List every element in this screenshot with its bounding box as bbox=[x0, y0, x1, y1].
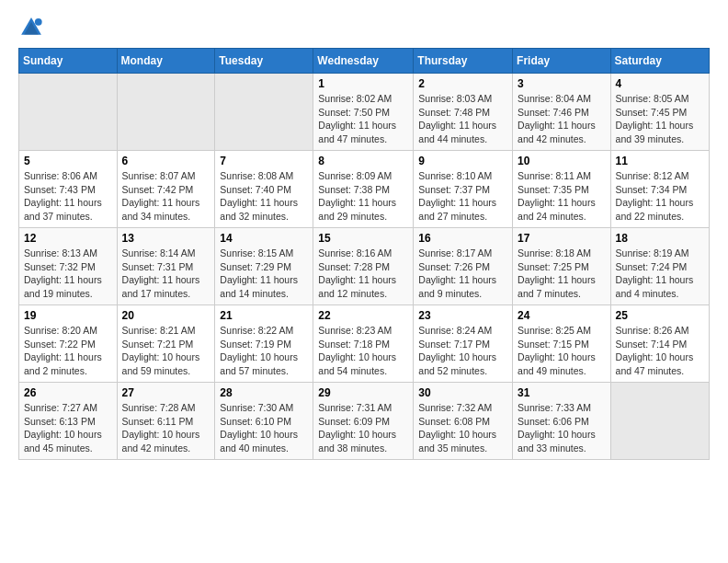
day-number: 9 bbox=[418, 155, 507, 167]
calendar-cell: 12Sunrise: 8:13 AMSunset: 7:32 PMDayligh… bbox=[19, 228, 118, 305]
calendar-cell: 19Sunrise: 8:20 AMSunset: 7:22 PMDayligh… bbox=[19, 305, 118, 383]
calendar-cell: 30Sunrise: 7:32 AMSunset: 6:08 PMDayligh… bbox=[414, 383, 513, 460]
weekday-row: SundayMondayTuesdayWednesdayThursdayFrid… bbox=[19, 49, 710, 74]
day-number: 18 bbox=[616, 232, 704, 245]
calendar-cell: 29Sunrise: 7:31 AMSunset: 6:09 PMDayligh… bbox=[313, 383, 414, 460]
calendar-cell: 16Sunrise: 8:17 AMSunset: 7:26 PMDayligh… bbox=[414, 228, 513, 305]
calendar-body: 1Sunrise: 8:02 AMSunset: 7:50 PMDaylight… bbox=[19, 74, 710, 460]
day-detail: Sunrise: 8:22 AMSunset: 7:19 PMDaylight:… bbox=[220, 324, 308, 378]
day-number: 12 bbox=[24, 232, 112, 245]
day-detail: Sunrise: 8:19 AMSunset: 7:24 PMDaylight:… bbox=[616, 247, 704, 301]
calendar-cell: 24Sunrise: 8:25 AMSunset: 7:15 PMDayligh… bbox=[513, 305, 611, 383]
calendar-cell: 15Sunrise: 8:16 AMSunset: 7:28 PMDayligh… bbox=[313, 228, 414, 305]
calendar-cell: 14Sunrise: 8:15 AMSunset: 7:29 PMDayligh… bbox=[215, 228, 313, 305]
day-number: 4 bbox=[616, 77, 704, 90]
page-container: SundayMondayTuesdayWednesdayThursdayFrid… bbox=[0, 0, 728, 475]
day-number: 29 bbox=[318, 386, 408, 399]
calendar-cell: 9Sunrise: 8:10 AMSunset: 7:37 PMDaylight… bbox=[414, 151, 513, 228]
day-detail: Sunrise: 7:32 AMSunset: 6:08 PMDaylight:… bbox=[418, 401, 507, 455]
calendar-table: SundayMondayTuesdayWednesdayThursdayFrid… bbox=[18, 48, 710, 460]
day-detail: Sunrise: 8:08 AMSunset: 7:40 PMDaylight:… bbox=[220, 169, 308, 224]
calendar-cell: 26Sunrise: 7:27 AMSunset: 6:13 PMDayligh… bbox=[19, 383, 118, 460]
weekday-header-friday: Friday bbox=[513, 49, 611, 74]
day-detail: Sunrise: 8:04 AMSunset: 7:46 PMDaylight:… bbox=[518, 92, 606, 146]
day-detail: Sunrise: 8:21 AMSunset: 7:21 PMDaylight:… bbox=[122, 324, 210, 378]
day-number: 31 bbox=[518, 386, 606, 399]
day-detail: Sunrise: 7:28 AMSunset: 6:11 PMDaylight:… bbox=[122, 401, 210, 455]
calendar-cell: 7Sunrise: 8:08 AMSunset: 7:40 PMDaylight… bbox=[215, 151, 313, 228]
day-number: 22 bbox=[318, 309, 408, 322]
calendar-cell: 11Sunrise: 8:12 AMSunset: 7:34 PMDayligh… bbox=[610, 151, 709, 228]
day-detail: Sunrise: 8:12 AMSunset: 7:34 PMDaylight:… bbox=[616, 169, 704, 224]
day-detail: Sunrise: 8:18 AMSunset: 7:25 PMDaylight:… bbox=[518, 247, 606, 301]
calendar-cell: 1Sunrise: 8:02 AMSunset: 7:50 PMDaylight… bbox=[313, 74, 414, 151]
day-number: 28 bbox=[220, 386, 308, 399]
day-detail: Sunrise: 7:27 AMSunset: 6:13 PMDaylight:… bbox=[24, 401, 112, 455]
calendar-cell: 8Sunrise: 8:09 AMSunset: 7:38 PMDaylight… bbox=[313, 151, 414, 228]
calendar-cell: 3Sunrise: 8:04 AMSunset: 7:46 PMDaylight… bbox=[513, 74, 611, 151]
day-detail: Sunrise: 8:10 AMSunset: 7:37 PMDaylight:… bbox=[418, 169, 507, 224]
day-detail: Sunrise: 8:23 AMSunset: 7:18 PMDaylight:… bbox=[318, 324, 408, 378]
day-number: 25 bbox=[616, 309, 704, 322]
day-detail: Sunrise: 8:25 AMSunset: 7:15 PMDaylight:… bbox=[518, 324, 606, 378]
day-number: 24 bbox=[518, 309, 606, 322]
week-row-4: 19Sunrise: 8:20 AMSunset: 7:22 PMDayligh… bbox=[19, 305, 710, 383]
day-number: 15 bbox=[318, 232, 408, 245]
day-number: 30 bbox=[418, 386, 507, 399]
calendar-cell: 13Sunrise: 8:14 AMSunset: 7:31 PMDayligh… bbox=[117, 228, 215, 305]
day-detail: Sunrise: 8:14 AMSunset: 7:31 PMDaylight:… bbox=[122, 247, 210, 301]
calendar-cell: 5Sunrise: 8:06 AMSunset: 7:43 PMDaylight… bbox=[19, 151, 118, 228]
day-detail: Sunrise: 8:05 AMSunset: 7:45 PMDaylight:… bbox=[616, 92, 704, 146]
day-detail: Sunrise: 8:26 AMSunset: 7:14 PMDaylight:… bbox=[616, 324, 704, 378]
day-number: 5 bbox=[24, 155, 112, 167]
logo bbox=[18, 15, 48, 40]
day-detail: Sunrise: 8:13 AMSunset: 7:32 PMDaylight:… bbox=[24, 247, 112, 301]
calendar-cell: 25Sunrise: 8:26 AMSunset: 7:14 PMDayligh… bbox=[610, 305, 709, 383]
day-detail: Sunrise: 8:24 AMSunset: 7:17 PMDaylight:… bbox=[418, 324, 507, 378]
calendar-header: SundayMondayTuesdayWednesdayThursdayFrid… bbox=[19, 49, 710, 74]
day-detail: Sunrise: 8:15 AMSunset: 7:29 PMDaylight:… bbox=[220, 247, 308, 301]
weekday-header-tuesday: Tuesday bbox=[215, 49, 313, 74]
week-row-3: 12Sunrise: 8:13 AMSunset: 7:32 PMDayligh… bbox=[19, 228, 710, 305]
calendar-cell: 18Sunrise: 8:19 AMSunset: 7:24 PMDayligh… bbox=[610, 228, 709, 305]
calendar-cell: 22Sunrise: 8:23 AMSunset: 7:18 PMDayligh… bbox=[313, 305, 414, 383]
day-detail: Sunrise: 8:11 AMSunset: 7:35 PMDaylight:… bbox=[518, 169, 606, 224]
calendar-cell: 17Sunrise: 8:18 AMSunset: 7:25 PMDayligh… bbox=[513, 228, 611, 305]
day-number: 8 bbox=[318, 155, 408, 167]
day-number: 6 bbox=[122, 155, 210, 167]
calendar-cell: 28Sunrise: 7:30 AMSunset: 6:10 PMDayligh… bbox=[215, 383, 313, 460]
day-detail: Sunrise: 7:31 AMSunset: 6:09 PMDaylight:… bbox=[318, 401, 408, 455]
day-number: 27 bbox=[122, 386, 210, 399]
day-number: 19 bbox=[24, 309, 112, 322]
day-detail: Sunrise: 7:30 AMSunset: 6:10 PMDaylight:… bbox=[220, 401, 308, 455]
day-detail: Sunrise: 8:16 AMSunset: 7:28 PMDaylight:… bbox=[318, 247, 408, 301]
weekday-header-monday: Monday bbox=[117, 49, 215, 74]
calendar-cell: 6Sunrise: 8:07 AMSunset: 7:42 PMDaylight… bbox=[117, 151, 215, 228]
calendar-cell: 4Sunrise: 8:05 AMSunset: 7:45 PMDaylight… bbox=[610, 74, 709, 151]
day-number: 23 bbox=[418, 309, 507, 322]
calendar-cell: 10Sunrise: 8:11 AMSunset: 7:35 PMDayligh… bbox=[513, 151, 611, 228]
day-number: 13 bbox=[122, 232, 210, 245]
calendar-cell: 23Sunrise: 8:24 AMSunset: 7:17 PMDayligh… bbox=[414, 305, 513, 383]
weekday-header-sunday: Sunday bbox=[19, 49, 118, 74]
week-row-1: 1Sunrise: 8:02 AMSunset: 7:50 PMDaylight… bbox=[19, 74, 710, 151]
week-row-5: 26Sunrise: 7:27 AMSunset: 6:13 PMDayligh… bbox=[19, 383, 710, 460]
day-detail: Sunrise: 8:17 AMSunset: 7:26 PMDaylight:… bbox=[418, 247, 507, 301]
week-row-2: 5Sunrise: 8:06 AMSunset: 7:43 PMDaylight… bbox=[19, 151, 710, 228]
calendar-cell: 27Sunrise: 7:28 AMSunset: 6:11 PMDayligh… bbox=[117, 383, 215, 460]
day-number: 20 bbox=[122, 309, 210, 322]
calendar-cell bbox=[117, 74, 215, 151]
calendar-cell: 21Sunrise: 8:22 AMSunset: 7:19 PMDayligh… bbox=[215, 305, 313, 383]
day-number: 3 bbox=[518, 77, 606, 90]
weekday-header-saturday: Saturday bbox=[610, 49, 709, 74]
calendar-cell: 2Sunrise: 8:03 AMSunset: 7:48 PMDaylight… bbox=[414, 74, 513, 151]
day-number: 10 bbox=[518, 155, 606, 167]
day-detail: Sunrise: 8:20 AMSunset: 7:22 PMDaylight:… bbox=[24, 324, 112, 378]
day-detail: Sunrise: 8:09 AMSunset: 7:38 PMDaylight:… bbox=[318, 169, 408, 224]
day-number: 16 bbox=[418, 232, 507, 245]
day-number: 2 bbox=[418, 77, 507, 90]
weekday-header-thursday: Thursday bbox=[414, 49, 513, 74]
calendar-cell: 20Sunrise: 8:21 AMSunset: 7:21 PMDayligh… bbox=[117, 305, 215, 383]
day-number: 7 bbox=[220, 155, 308, 167]
day-number: 21 bbox=[220, 309, 308, 322]
